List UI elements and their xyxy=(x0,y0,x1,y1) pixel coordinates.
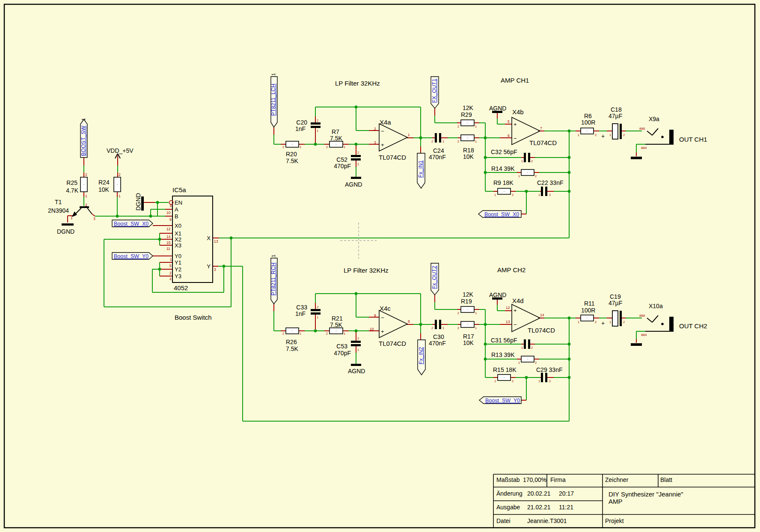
resistor-origin-dot xyxy=(292,144,293,145)
schematic-label: 12 xyxy=(506,306,510,310)
schematic-canvas: BOOST_SWPT8211_LCHPT8211_RCHFX_OUT1Fx_OU… xyxy=(0,0,760,532)
schematic-label: 1 xyxy=(518,174,520,178)
junction-dot xyxy=(484,323,487,326)
schematic-label: 12 xyxy=(166,227,171,231)
net-flag-label: Boost_SW_Y0 xyxy=(485,398,520,404)
resistor-origin-dot xyxy=(292,330,293,331)
schematic-label: AMP CH2 xyxy=(497,266,525,273)
schematic-label: R18 xyxy=(463,147,474,154)
schematic-label: 1 xyxy=(475,326,477,330)
component-bar xyxy=(669,130,674,145)
junction-dot xyxy=(568,156,571,159)
schematic-label: R15 18K xyxy=(493,366,517,373)
net-flag-label: Boost_SW_Y0 xyxy=(114,253,148,259)
component-bar xyxy=(351,364,361,366)
junction-dot xyxy=(484,358,487,361)
schematic-label: 2 xyxy=(457,326,459,330)
pin-circle-icon xyxy=(662,136,663,138)
schematic-label: 2 xyxy=(549,193,551,197)
titleblock-ausgabe-date: 21.02.21 xyxy=(527,504,551,511)
junction-dot xyxy=(156,201,159,204)
schematic-label: 15 xyxy=(166,241,171,245)
titleblock-aenderung-date: 20.02.21 xyxy=(527,490,551,497)
schematic-label: C33 xyxy=(296,304,307,311)
net-flag-label: PT8211_LCH xyxy=(270,84,276,116)
junction-dot xyxy=(525,190,528,193)
schematic-label: 2N3904 xyxy=(48,207,69,214)
junction-dot xyxy=(223,265,226,268)
titleblock-zeichner-label: Zeichner xyxy=(605,476,628,483)
junction-dot xyxy=(355,143,358,146)
schematic-label: 1 xyxy=(271,255,276,257)
schematic-label: 1 xyxy=(578,133,579,137)
capacitor-C19[interactable] xyxy=(612,311,618,326)
schematic-label: 1 xyxy=(442,140,444,143)
schematic-label: 11 xyxy=(166,247,170,251)
titleblock-aenderung-time: 20:17 xyxy=(559,490,574,497)
schematic-label: R7 xyxy=(332,128,339,135)
schematic-label: 1 xyxy=(317,129,318,133)
schematic-label: + xyxy=(381,142,384,148)
schematic-label: 2 xyxy=(457,125,459,128)
net-flag-label: Fx_IN2 xyxy=(418,347,424,364)
schematic-label: C53 xyxy=(336,343,347,350)
resistor-origin-dot xyxy=(117,184,118,185)
schematic-label: R29 xyxy=(461,111,472,118)
schematic-label: 1 xyxy=(518,361,520,365)
schematic-label: X2 xyxy=(175,236,181,243)
schematic-label: 4052 xyxy=(174,284,188,291)
titleblock-firma-label: Firma xyxy=(550,476,566,483)
titleblock-projekt-label: Projekt xyxy=(605,517,624,524)
component-bar xyxy=(351,341,361,343)
schematic-label: 470pF xyxy=(334,163,351,169)
schematic-label: TL074CD xyxy=(379,154,406,161)
titleblock-masstab-label: Maßstab xyxy=(496,476,520,483)
titleblock-datei-value: Jeannie.T3001 xyxy=(527,517,567,524)
net-flag-label: Fx_IN1 xyxy=(418,160,424,178)
titleblock-ausgabe-label: Ausgabe xyxy=(496,504,520,511)
schematic-label: 7.5K xyxy=(286,158,298,164)
net-flag-label: Boost_SW_X0 xyxy=(484,211,519,217)
schematic-label: R13 39K xyxy=(491,351,515,358)
junction-dot xyxy=(568,358,571,361)
component-bar xyxy=(80,206,89,208)
schematic-label: 470nF xyxy=(429,340,446,347)
schematic-label: 14 xyxy=(540,313,544,317)
schematic-label: 47µF xyxy=(609,113,622,119)
schematic-label: TL074CD xyxy=(379,340,406,347)
schematic-label: 47µF xyxy=(609,300,622,306)
schematic-label: C24 xyxy=(433,147,444,154)
schematic-label: 1 xyxy=(300,145,301,149)
schematic-label: X4b xyxy=(512,108,524,116)
component-bar xyxy=(311,309,321,311)
schematic-label: 2 xyxy=(85,172,87,177)
schematic-label: C52 xyxy=(336,156,347,163)
schematic-label: R19 xyxy=(461,298,472,305)
capacitor-C18[interactable] xyxy=(612,124,618,139)
schematic-label: Y1 xyxy=(175,259,181,266)
schematic-label: AGND xyxy=(489,105,506,112)
titleblock-ausgabe-time: 11:21 xyxy=(559,504,573,511)
junction-dot xyxy=(484,171,487,174)
schematic-label: + xyxy=(601,320,605,327)
schematic-label: 1 xyxy=(609,133,611,137)
titleblock-aenderung-label: Änderung xyxy=(496,490,522,497)
schematic-label: 884 xyxy=(641,333,647,337)
junction-dot xyxy=(568,317,571,320)
schematic-label: R17 xyxy=(463,333,474,340)
component-bar xyxy=(351,155,361,157)
junction-dot xyxy=(568,190,571,193)
schematic-label: TL074CD xyxy=(529,139,557,146)
schematic-sheet[interactable]: BOOST_SWPT8211_LCHPT8211_RCHFX_OUT1Fx_OU… xyxy=(0,0,760,532)
transistor-emitter-arrow-icon xyxy=(72,211,77,217)
junction-dot xyxy=(158,238,161,241)
schematic-label: DGND xyxy=(135,193,142,211)
component-bar xyxy=(435,320,437,329)
schematic-label: 1 xyxy=(578,320,579,324)
schematic-label: 10K xyxy=(98,186,110,193)
net-flag-label: Boost_SW_X0 xyxy=(114,221,148,227)
schematic-label: X3 xyxy=(175,242,181,249)
schematic-label: 1 xyxy=(475,140,477,143)
schematic-label: 1 xyxy=(317,315,318,319)
schematic-label: OUT CH1 xyxy=(679,136,707,143)
